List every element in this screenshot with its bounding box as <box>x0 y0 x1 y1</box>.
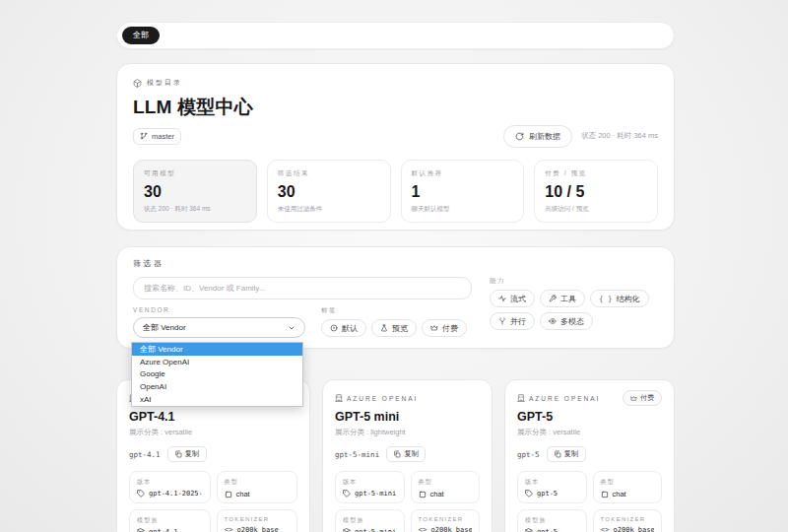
filter-left: VENDOR 全部 Vendor 标签 默认 <box>133 277 472 338</box>
refresh-button[interactable]: 刷新数据 <box>503 125 572 148</box>
code-brackets-icon: <> <box>419 525 427 532</box>
stat-card-default: 默认推荐 1 聊天默认模型 <box>401 160 525 223</box>
tag-chip-paid[interactable]: 付费 <box>422 319 467 337</box>
field-value: gpt-5 <box>537 490 558 498</box>
copy-button[interactable]: 复制 <box>386 446 426 462</box>
field-value: chat <box>613 490 626 499</box>
field-label: 版本 <box>137 478 203 487</box>
paid-badge: 付费 <box>623 390 662 406</box>
vendor-select-value: 全部 Vendor <box>143 322 186 333</box>
vendor-row: AZURE OPENAI 付费 <box>517 391 662 405</box>
stat-sub: 聊天默认模型 <box>412 205 514 214</box>
square-icon <box>419 491 427 499</box>
building-icon <box>517 394 525 402</box>
model-id: gpt-4.1 <box>129 450 161 459</box>
copy-label: 复制 <box>185 449 200 459</box>
capability-chip-label: 结构化 <box>617 294 640 304</box>
vendor-option-xai[interactable]: xAI <box>132 393 302 406</box>
capability-chip-label: 工具 <box>560 294 576 304</box>
vendor-option-google[interactable]: Google <box>132 368 302 381</box>
tag-chip-preview[interactable]: 预览 <box>371 319 417 337</box>
capability-chip-structured[interactable]: { } 结构化 <box>590 290 649 307</box>
catalog-eyebrow: 模型目录 <box>133 78 658 88</box>
vendor-option-openai[interactable]: OpenAI <box>132 380 302 393</box>
activity-icon <box>498 295 506 302</box>
field-family: 模型族 gpt-4.1 <box>129 509 211 532</box>
stat-card-filtered: 筛选结果 30 未使用过滤条件 <box>267 160 391 223</box>
vendor-group: VENDOR 全部 Vendor <box>133 306 305 338</box>
copy-button[interactable]: 复制 <box>547 446 586 462</box>
page-title: LLM 模型中心 <box>133 95 658 120</box>
field-value: gpt-4.1-2025-... <box>149 490 203 498</box>
model-category: 展示分类 : versatile <box>517 428 662 437</box>
model-fields: 版本 gpt-5 类型 chat 模型族 gpt-5 TOKENIZER <>o… <box>517 471 662 532</box>
capability-chip-parallel[interactable]: 并行 <box>490 312 535 330</box>
tag-chip-label: 预览 <box>392 323 408 334</box>
square-icon <box>225 491 232 499</box>
crown-icon <box>430 324 438 332</box>
field-type: 类型 chat <box>411 471 481 503</box>
model-card-gpt-5: AZURE OPENAI 付费 GPT-5 展示分类 : versatile g… <box>504 379 675 532</box>
filter-row2: VENDOR 全部 Vendor 标签 默认 <box>133 306 472 338</box>
circle-dot-icon <box>330 324 338 332</box>
capability-chip-tools[interactable]: 工具 <box>540 290 585 307</box>
vendor-option-all[interactable]: 全部 Vendor <box>132 343 302 356</box>
field-version: 版本 gpt-5 <box>517 471 587 503</box>
vendor-option-azure-openai[interactable]: Azure OpenAI <box>132 356 302 368</box>
stat-card-paid-preview: 付费 / 预览 10 / 5 高级访问 / 预览 <box>534 160 658 223</box>
field-label: TOKENIZER <box>601 516 655 522</box>
layers-icon <box>137 528 145 532</box>
vendor-label: VENDOR <box>133 306 305 313</box>
capability-chip-stream[interactable]: 流式 <box>490 290 535 307</box>
capability-chip-label: 多模态 <box>560 316 584 327</box>
vendor-name-label: AZURE OPENAI <box>347 395 418 402</box>
field-value: o200k_base <box>431 526 472 532</box>
field-value: gpt-4.1 <box>149 528 178 532</box>
stat-sub: 状态 200 · 耗时 364 ms <box>144 205 246 214</box>
vendor-name: AZURE OPENAI <box>517 394 600 402</box>
stat-label: 筛选结果 <box>278 169 380 178</box>
capability-chip-multimodal[interactable]: 多模态 <box>540 312 593 330</box>
field-tokenizer: TOKENIZER <>o200k_base <box>217 509 298 532</box>
field-value: gpt-5-mini <box>355 490 396 498</box>
tag-chip-default[interactable]: 默认 <box>321 319 366 337</box>
field-label: 版本 <box>525 478 579 487</box>
field-label: 模型族 <box>137 516 203 525</box>
field-value: chat <box>236 490 250 499</box>
tag-chip-label: 付费 <box>442 323 458 334</box>
model-name: GPT-5 <box>517 410 662 424</box>
braces-icon: { } <box>599 295 613 303</box>
header-card: 模型目录 LLM 模型中心 master 刷新数据 状态 200 · 耗时 36… <box>116 63 675 231</box>
model-name: GPT-4.1 <box>129 410 297 424</box>
building-icon <box>335 394 343 402</box>
code-brackets-icon: <> <box>225 525 233 532</box>
vendor-select[interactable]: 全部 Vendor <box>133 317 305 338</box>
field-label: 类型 <box>601 478 655 487</box>
stat-value: 30 <box>278 183 380 201</box>
filter-body: VENDOR 全部 Vendor 标签 默认 <box>133 277 658 338</box>
tag-icon <box>343 490 351 498</box>
search-input[interactable] <box>133 277 472 299</box>
catalog-eyebrow-label: 模型目录 <box>147 78 182 88</box>
capability-chip-label: 流式 <box>510 294 526 304</box>
copy-button[interactable]: 复制 <box>167 446 207 462</box>
content-column: 全部 模型目录 LLM 模型中心 master 刷新数据 状态 200 · 耗时… <box>116 0 675 532</box>
field-value: o200k_base <box>237 526 279 532</box>
split-icon <box>498 317 506 325</box>
status-text: 状态 200 · 耗时 364 ms <box>581 131 658 141</box>
all-filter-pill[interactable]: 全部 <box>122 27 160 44</box>
header-meta-row: master 刷新数据 状态 200 · 耗时 364 ms <box>133 125 658 147</box>
eye-icon <box>549 317 557 325</box>
stat-sub: 未使用过滤条件 <box>278 205 380 214</box>
stat-value: 1 <box>412 183 514 201</box>
tag-icon <box>525 490 533 498</box>
field-value: gpt-5 <box>537 528 558 532</box>
copy-icon <box>554 450 561 458</box>
field-label: 模型族 <box>343 516 397 525</box>
model-category: 展示分类 : versatile <box>129 428 297 437</box>
field-tokenizer: TOKENIZER <>o200k_base <box>411 509 481 532</box>
field-version: 版本 gpt-5-mini <box>335 471 405 503</box>
tags-label: 标签 <box>321 306 467 315</box>
vendor-row: AZURE OPENAI <box>335 391 480 405</box>
refresh-icon <box>515 132 524 141</box>
